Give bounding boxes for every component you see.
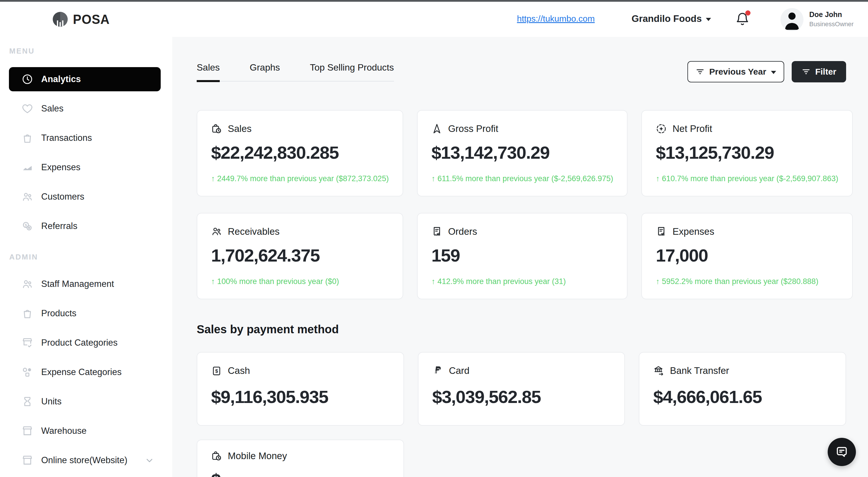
stat-value: 17,000 xyxy=(656,245,838,266)
sidebar-item-sales[interactable]: Sales xyxy=(9,96,161,121)
user-role: BusinessOwner xyxy=(809,21,854,28)
chat-widget-button[interactable] xyxy=(828,438,856,466)
sidebar-item-expense-categories[interactable]: Expense Categories xyxy=(9,360,161,384)
notification-dot xyxy=(745,10,750,16)
tab-top-selling-products[interactable]: Top Selling Products xyxy=(310,60,394,81)
stat-delta: ↑ 100% more than previous year ($0) xyxy=(211,277,389,286)
chevron-down-icon[interactable] xyxy=(145,455,154,465)
stat-value: $13,125,730.29 xyxy=(656,142,838,163)
coins-icon: $ xyxy=(22,220,33,232)
shopping-bag-icon xyxy=(22,308,33,319)
payment-title: Card xyxy=(449,365,470,376)
receipt-check-icon xyxy=(656,226,667,237)
receipt-check-icon xyxy=(431,226,442,237)
banknote-icon: $ xyxy=(211,365,222,376)
sidebar-item-label: Expense Categories xyxy=(41,367,122,377)
shopping-bag-icon xyxy=(22,132,33,144)
payment-value: $4,666,061.65 xyxy=(653,387,832,407)
sidebar-item-label: Online store(Website) xyxy=(41,455,127,466)
posa-logo-icon xyxy=(51,10,69,28)
heart-icon xyxy=(22,103,33,114)
stat-delta: ↑ 2449.7% more than previous year ($872,… xyxy=(211,174,389,183)
main-content: Sales Graphs Top Selling Products Previo… xyxy=(172,37,868,477)
store-url-link[interactable]: https://tukumbo.com xyxy=(517,14,595,24)
stat-value: 159 xyxy=(431,245,613,266)
arrow-up-icon xyxy=(431,123,442,134)
chevron-down-icon xyxy=(771,71,776,74)
payment-title: Bank Transfer xyxy=(670,365,729,376)
sidebar-item-label: Analytics xyxy=(41,74,81,84)
sidebar-item-expenses[interactable]: Expenses xyxy=(9,155,161,179)
svg-text:$: $ xyxy=(215,368,218,374)
stat-card-net-profit: Net Profit $13,125,730.29 ↑ 610.7% more … xyxy=(641,110,852,197)
sidebar-item-label: Sales xyxy=(41,103,64,114)
chat-bubble-icon xyxy=(835,445,848,458)
stats-grid: Sales $22,242,830.285 ↑ 2449.7% more tha… xyxy=(197,110,846,299)
sidebar-item-analytics[interactable]: Analytics xyxy=(9,67,161,91)
browser-top-strip xyxy=(0,0,868,2)
area-chart-icon xyxy=(22,161,33,173)
store-icon xyxy=(22,454,33,466)
tab-graphs[interactable]: Graphs xyxy=(250,60,280,81)
sidebar-item-label: Staff Management xyxy=(41,279,114,289)
stat-delta: ↑ 5952.2% more than previous year ($280.… xyxy=(656,277,838,286)
sidebar-item-label: Expenses xyxy=(41,162,80,173)
stat-delta: ↑ 610.7% more than previous year ($-2,56… xyxy=(656,174,838,183)
stat-value: 1,702,624.375 xyxy=(211,245,389,266)
sidebar-item-products[interactable]: Products xyxy=(9,301,161,326)
stat-value: $22,242,830.285 xyxy=(211,142,389,163)
sidebar-item-warehouse[interactable]: Warehouse xyxy=(9,419,161,443)
sidebar-item-label: Product Categories xyxy=(41,337,118,348)
admin-section-header: ADMIN xyxy=(9,252,172,262)
stat-value: $13,142,730.29 xyxy=(431,142,613,163)
stat-delta: ↑ 412.9% more than previous year (31) xyxy=(431,277,613,286)
store-icon xyxy=(22,425,33,437)
sidebar-item-label: Warehouse xyxy=(41,426,86,436)
sidebar-item-label: Customers xyxy=(41,191,84,202)
hourglass-icon xyxy=(22,396,33,407)
notifications-button[interactable] xyxy=(735,11,751,28)
payment-section-title: Sales by payment method xyxy=(197,323,846,336)
sidebar-item-transactions[interactable]: Transactions xyxy=(9,126,161,150)
bank-transfer-icon xyxy=(653,365,664,376)
filter-label: Filter xyxy=(815,67,836,77)
filter-lines-icon xyxy=(802,67,811,76)
tab-sales[interactable]: Sales xyxy=(197,60,220,81)
payment-card-card: Card $3,039,562.85 xyxy=(418,352,625,426)
sidebar-item-product-categories[interactable]: Product Categories xyxy=(9,331,161,355)
avatar[interactable] xyxy=(780,8,804,31)
shapes-icon xyxy=(22,366,33,378)
filter-button[interactable]: Filter xyxy=(792,61,846,82)
sidebar: MENU Analytics Sales Transactions xyxy=(0,37,172,477)
stat-title: Expenses xyxy=(673,226,714,237)
sidebar-item-staff-management[interactable]: Staff Management xyxy=(9,272,161,296)
stat-title: Sales xyxy=(228,123,252,134)
sidebar-item-units[interactable]: Units xyxy=(9,389,161,414)
payment-grid-row2: Mobile Money $ xyxy=(197,440,846,477)
payment-card-mobile-money: Mobile Money $ xyxy=(197,440,404,477)
sidebar-item-label: Units xyxy=(41,396,62,407)
sidebar-item-online-store[interactable]: Online store(Website) xyxy=(9,448,161,472)
brand-name: POSA xyxy=(73,11,110,27)
sidebar-item-label: Transactions xyxy=(41,133,92,143)
payment-card-bank-transfer: Bank Transfer $4,666,061.65 xyxy=(639,352,846,426)
person-icon xyxy=(783,11,801,30)
users-icon xyxy=(22,278,33,290)
bag-clock-icon xyxy=(211,450,222,461)
stat-card-orders: Orders 159 ↑ 412.9% more than previous y… xyxy=(417,213,627,299)
store-check-icon xyxy=(22,337,33,349)
stat-title: Orders xyxy=(448,226,477,237)
period-dropdown-button[interactable]: Previous Year xyxy=(687,61,784,82)
user-info: Doe John BusinessOwner xyxy=(809,10,854,28)
sparkle-circle-icon xyxy=(656,123,667,134)
payment-value: $9,116,305.935 xyxy=(211,387,390,407)
sidebar-item-referrals[interactable]: $ Referrals xyxy=(9,214,161,238)
company-dropdown[interactable]: Grandilo Foods xyxy=(631,13,711,24)
sidebar-item-customers[interactable]: Customers xyxy=(9,185,161,209)
chevron-down-icon xyxy=(706,18,711,21)
payment-card-cash: $ Cash $9,116,305.935 xyxy=(197,352,404,426)
brand-logo: POSA xyxy=(51,10,111,28)
toolbar: Previous Year Filter xyxy=(687,61,846,82)
stat-card-gross-profit: Gross Profit $13,142,730.29 ↑ 611.5% mor… xyxy=(417,110,627,197)
stat-card-expenses: Expenses 17,000 ↑ 5952.2% more than prev… xyxy=(641,213,852,299)
